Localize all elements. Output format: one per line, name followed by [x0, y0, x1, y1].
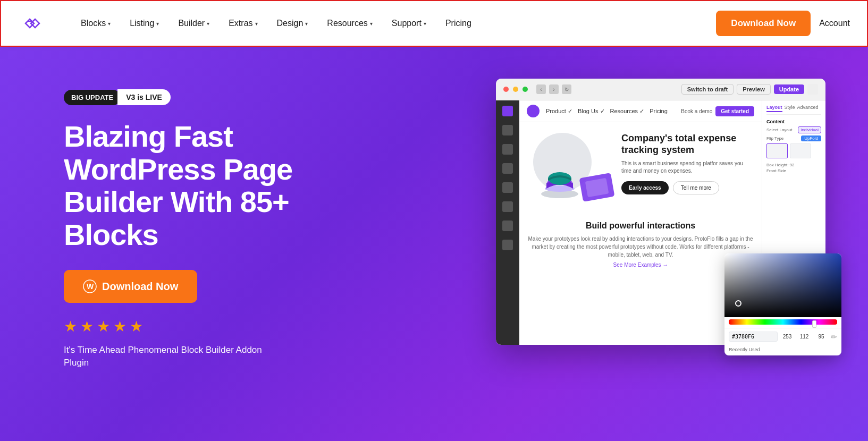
- layout-thumb-2[interactable]: [790, 143, 811, 158]
- page-illustration: [528, 133, 613, 202]
- hero-content: BIG UPDATE V3 is LIVE Blazing Fast WordP…: [64, 79, 361, 369]
- early-access-button[interactable]: Early access: [621, 181, 669, 194]
- color-meta: #3780F6 253 112 95 ✏: [724, 328, 841, 345]
- inner-page-navbar: Product ✓ Blog Us ✓ Resources ✓ Pricing …: [519, 100, 762, 122]
- nav-item-extras[interactable]: Extras ▾: [219, 14, 267, 32]
- page-hero-desc: This is a smart business spending platfo…: [621, 160, 753, 175]
- badge-v3-live: V3 is LIVE: [117, 89, 171, 105]
- chevron-down-icon: ▾: [156, 21, 159, 27]
- inner-nav-resources[interactable]: Resources ✓: [610, 108, 645, 115]
- color-picker-handle[interactable]: [735, 300, 741, 307]
- hue-spectrum[interactable]: [729, 319, 837, 325]
- chevron-down-icon: ▾: [370, 21, 373, 27]
- sidebar-icon-4[interactable]: [502, 163, 513, 174]
- layout-select[interactable]: Individual: [798, 126, 821, 133]
- get-started-button[interactable]: Get started: [715, 106, 754, 116]
- tell-me-more-button[interactable]: Tell me more: [673, 181, 719, 194]
- interactions-desc: Make your prototypes look real by adding…: [528, 235, 753, 259]
- layout-thumb-1[interactable]: [766, 143, 788, 158]
- sidebar-icon-3[interactable]: [502, 144, 513, 155]
- browser-sidebar: [496, 100, 519, 345]
- r-value[interactable]: 253: [780, 334, 795, 340]
- settings-icon[interactable]: [807, 84, 818, 95]
- eyedropper-icon[interactable]: ✏: [831, 333, 837, 341]
- badge-big-update: BIG UPDATE: [64, 90, 121, 105]
- nav-item-design[interactable]: Design ▾: [267, 14, 318, 32]
- style-tab[interactable]: Style: [785, 105, 795, 112]
- browser-toolbar: ‹ › ↻ Switch to draft Preview Update: [496, 79, 825, 100]
- star-icon: ★: [113, 318, 127, 335]
- logo[interactable]: [18, 10, 46, 37]
- 3d-shape-icon: [538, 165, 581, 202]
- svg-text:W: W: [87, 282, 94, 291]
- sidebar-icon-1[interactable]: [502, 106, 513, 116]
- front-side-label: Front Side: [766, 168, 821, 173]
- browser-expand-dot: [523, 87, 528, 92]
- recently-used-label: Recently Used: [724, 345, 841, 355]
- star-rating: ★ ★ ★ ★ ★: [64, 318, 361, 335]
- forward-icon[interactable]: ›: [549, 84, 559, 94]
- b-value[interactable]: 95: [814, 334, 829, 340]
- sidebar-icon-2[interactable]: [502, 125, 513, 135]
- layout-tab[interactable]: Layout: [766, 105, 782, 112]
- page-cta-buttons: Early access Tell me more: [621, 181, 753, 194]
- sidebar-icon-8[interactable]: [502, 240, 513, 250]
- inner-nav-pricing[interactable]: Pricing: [650, 108, 668, 115]
- chevron-down-icon: ▾: [424, 21, 426, 27]
- inner-nav-items: Product ✓ Blog Us ✓ Resources ✓ Pricing: [546, 108, 668, 115]
- chevron-down-icon: ▾: [108, 21, 111, 27]
- switch-to-draft-button[interactable]: Switch to draft: [681, 84, 734, 95]
- nav-item-support[interactable]: Support ▾: [382, 14, 436, 32]
- page-copy: Company's total expense tracking system …: [621, 133, 753, 194]
- star-icon: ★: [80, 318, 94, 335]
- inner-nav-product[interactable]: Product ✓: [546, 108, 572, 115]
- interactions-title: Build powerful interactions: [528, 221, 753, 231]
- navbar: Blocks ▾ Listing ▾ Builder ▾ Extras ▾ De…: [0, 0, 868, 47]
- hex-input[interactable]: #3780F6: [729, 332, 778, 342]
- see-more-link[interactable]: See More Examples →: [528, 262, 753, 268]
- sidebar-icon-6[interactable]: [502, 201, 513, 212]
- advanced-tab[interactable]: Advanced: [797, 105, 819, 112]
- hero-download-button[interactable]: W Download Now: [64, 270, 197, 303]
- nav-item-resources[interactable]: Resources ▾: [317, 14, 382, 32]
- refresh-icon[interactable]: ↻: [562, 84, 571, 94]
- star-icon: ★: [97, 318, 110, 335]
- chevron-down-icon: ▾: [207, 21, 209, 27]
- update-button[interactable]: Update: [774, 84, 804, 94]
- hero-title: Blazing Fast WordPress Page Builder With…: [64, 120, 361, 251]
- star-icon: ★: [130, 318, 143, 335]
- book-demo-link[interactable]: Book a demo: [681, 108, 712, 114]
- hero-illustration: ‹ › ↻ Switch to draft Preview Update: [361, 79, 825, 345]
- page-hero-title: Company's total expense tracking system: [621, 133, 753, 156]
- nav-item-blocks[interactable]: Blocks ▾: [71, 14, 120, 32]
- color-gradient-picker[interactable]: [724, 253, 841, 317]
- hue-indicator[interactable]: [812, 320, 816, 328]
- color-picker-overlay: #3780F6 253 112 95 ✏ Recently Used: [724, 253, 841, 355]
- inner-page-hero: Company's total expense tracking system …: [519, 122, 762, 213]
- account-link[interactable]: Account: [819, 19, 850, 28]
- chevron-down-icon: ▾: [305, 21, 308, 27]
- flip-type-select[interactable]: UpFold: [801, 135, 821, 141]
- sidebar-icon-7[interactable]: [502, 220, 513, 231]
- nav-links: Blocks ▾ Listing ▾ Builder ▾ Extras ▾ De…: [71, 14, 716, 32]
- g-value[interactable]: 112: [797, 334, 812, 340]
- content-section-title: Content: [766, 119, 821, 124]
- back-icon[interactable]: ‹: [536, 84, 546, 94]
- download-now-button[interactable]: Download Now: [716, 11, 811, 36]
- inner-nav-blog[interactable]: Blog Us ✓: [578, 108, 605, 115]
- layout-thumbs: [766, 143, 821, 158]
- inner-logo: [527, 105, 540, 117]
- hero-subtitle: It's Time Ahead Phenomenal Block Builder…: [64, 344, 361, 369]
- browser-nav-icons: ‹ › ↻: [536, 84, 571, 94]
- star-icon: ★: [64, 318, 77, 335]
- nav-item-listing[interactable]: Listing ▾: [120, 14, 168, 32]
- nav-right: Download Now Account: [716, 11, 850, 36]
- browser-close-dot: [503, 87, 509, 92]
- nav-item-pricing[interactable]: Pricing: [436, 14, 481, 32]
- select-layout-row: Select Layout Individual: [766, 126, 821, 133]
- preview-button[interactable]: Preview: [737, 84, 771, 95]
- sidebar-icon-5[interactable]: [502, 182, 513, 193]
- browser-actions: Switch to draft Preview Update: [681, 84, 818, 95]
- wordpress-icon: W: [83, 279, 97, 293]
- nav-item-builder[interactable]: Builder ▾: [168, 14, 219, 32]
